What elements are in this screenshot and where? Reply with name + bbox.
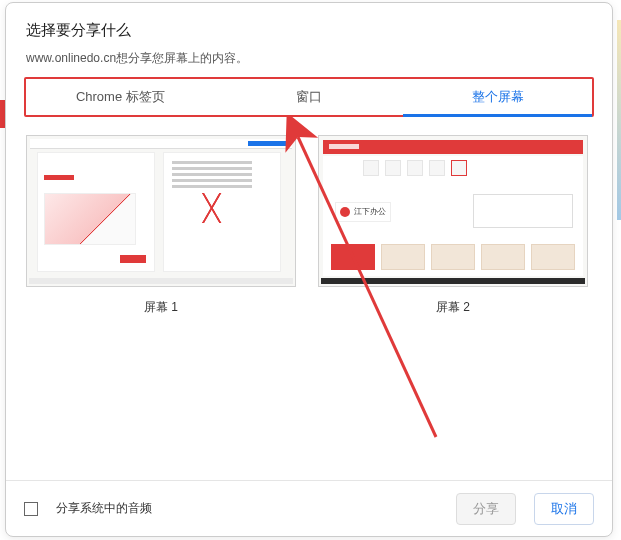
screen-1-thumbnail[interactable] bbox=[26, 135, 296, 287]
screen-option-1: 屏幕 1 bbox=[26, 135, 296, 316]
tab-entire-screen[interactable]: 整个屏幕 bbox=[403, 79, 592, 115]
screen-thumbnails: 屏幕 1 屏幕 2 bbox=[26, 135, 592, 316]
tab-window[interactable]: 窗口 bbox=[215, 79, 404, 115]
screens-content: 屏幕 1 屏幕 2 bbox=[6, 117, 612, 480]
share-audio-label: 分享系统中的音频 bbox=[56, 500, 446, 517]
tabs-container: Chrome 标签页 窗口 整个屏幕 bbox=[6, 77, 612, 117]
tabs-highlight-box: Chrome 标签页 窗口 整个屏幕 bbox=[24, 77, 594, 117]
screen-2-label: 屏幕 2 bbox=[318, 299, 588, 316]
screen-2-thumbnail[interactable] bbox=[318, 135, 588, 287]
share-audio-checkbox[interactable] bbox=[24, 502, 38, 516]
share-dialog: 选择要分享什么 www.onlinedo.cn想分享您屏幕上的内容。 Chrom… bbox=[5, 2, 613, 537]
right-background-strip bbox=[617, 20, 621, 220]
dialog-title: 选择要分享什么 bbox=[26, 21, 592, 40]
screen-1-label: 屏幕 1 bbox=[26, 299, 296, 316]
share-button[interactable]: 分享 bbox=[456, 493, 516, 525]
dialog-subtitle: www.onlinedo.cn想分享您屏幕上的内容。 bbox=[26, 50, 592, 67]
dialog-header: 选择要分享什么 www.onlinedo.cn想分享您屏幕上的内容。 bbox=[6, 3, 612, 77]
screen-option-2: 屏幕 2 bbox=[318, 135, 588, 316]
dialog-footer: 分享系统中的音频 分享 取消 bbox=[6, 480, 612, 536]
tab-chrome-tabs[interactable]: Chrome 标签页 bbox=[26, 79, 215, 115]
cancel-button[interactable]: 取消 bbox=[534, 493, 594, 525]
